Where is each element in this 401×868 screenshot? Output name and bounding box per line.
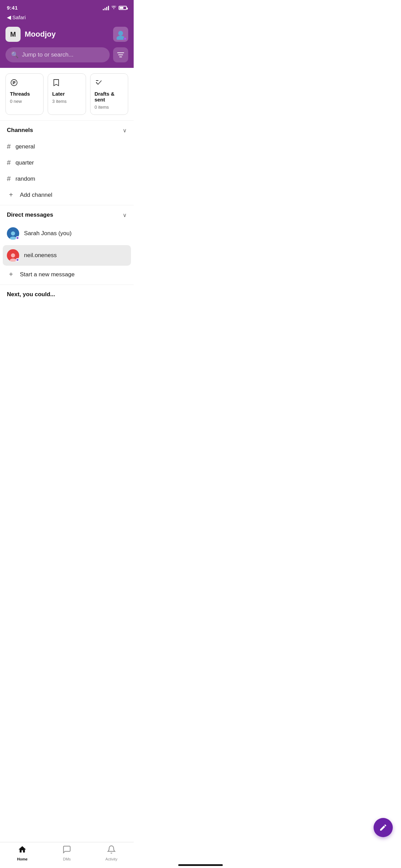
later-title: Later — [52, 91, 81, 97]
dm-title: Direct messages — [7, 212, 53, 218]
direct-messages-section: Direct messages ∨ Sarah Jonas (you) — [0, 205, 134, 285]
header-left: M Moodjoy — [5, 27, 56, 42]
dm-sarah[interactable]: Sarah Jonas (you) — [0, 223, 134, 244]
workspace-icon[interactable]: M — [5, 27, 21, 42]
workspace-name: Moodjoy — [25, 30, 56, 39]
threads-subtitle: 0 new — [10, 99, 39, 104]
svg-rect-4 — [119, 57, 122, 57]
battery-icon — [119, 6, 127, 10]
svg-point-0 — [118, 31, 123, 36]
svg-point-6 — [11, 231, 15, 236]
channels-chevron-icon: ∨ — [123, 127, 127, 134]
hash-icon: # — [7, 143, 11, 150]
status-bar: 9:41 — [0, 0, 134, 13]
profile-avatar-button[interactable] — [113, 27, 128, 42]
header: M Moodjoy — [0, 24, 134, 47]
channels-section: Channels ∨ # general # quarter # random … — [0, 121, 134, 205]
svg-point-8 — [11, 253, 15, 257]
channel-name: general — [15, 143, 35, 150]
drafts-subtitle: 0 items — [95, 105, 124, 110]
channel-quarter[interactable]: # quarter — [0, 155, 134, 171]
channels-title: Channels — [7, 127, 33, 134]
search-bar[interactable]: 🔍 Jump to or search... — [5, 47, 110, 62]
later-icon — [52, 79, 81, 89]
filter-button[interactable] — [113, 47, 128, 62]
channel-name: quarter — [15, 159, 34, 166]
dm-chevron-icon: ∨ — [123, 212, 127, 218]
drafts-title: Drafts & sent — [95, 91, 124, 103]
hash-icon: # — [7, 159, 11, 167]
next-section: Next, you could... — [0, 285, 134, 303]
search-icon: 🔍 — [11, 51, 19, 59]
svg-point-9 — [10, 258, 16, 262]
sarah-online-dot — [16, 236, 19, 240]
wifi-icon — [111, 5, 117, 11]
time: 9:41 — [7, 5, 18, 11]
later-subtitle: 3 items — [52, 99, 81, 104]
sarah-name: Sarah Jonas (you) — [24, 230, 72, 237]
status-icons — [103, 5, 127, 11]
hash-icon: # — [7, 175, 11, 183]
svg-point-7 — [10, 237, 16, 240]
plus-icon: + — [7, 270, 15, 278]
add-channel-button[interactable]: + Add channel — [0, 187, 134, 205]
safari-back[interactable]: ◀ Safari — [0, 13, 134, 24]
online-dot — [123, 37, 127, 40]
quick-actions: Threads 0 new Later 3 items Drafts & sen… — [0, 68, 134, 121]
next-title: Next, you could... — [7, 291, 55, 298]
add-channel-label: Add channel — [20, 192, 52, 198]
later-card[interactable]: Later 3 items — [48, 73, 86, 115]
threads-card[interactable]: Threads 0 new — [5, 73, 44, 115]
new-message-button[interactable]: + Start a new message — [0, 267, 134, 285]
channel-name: random — [15, 176, 35, 182]
new-message-label: Start a new message — [20, 271, 75, 278]
signal-icon — [103, 5, 109, 10]
channel-general[interactable]: # general — [0, 138, 134, 155]
neil-online-dot — [16, 258, 19, 262]
neil-avatar — [7, 249, 19, 262]
channel-random[interactable]: # random — [0, 171, 134, 187]
sarah-avatar — [7, 227, 19, 240]
drafts-icon — [95, 79, 124, 89]
safari-back-label: Safari — [12, 14, 26, 20]
threads-title: Threads — [10, 91, 39, 97]
channels-header[interactable]: Channels ∨ — [0, 121, 134, 138]
svg-rect-3 — [118, 55, 123, 55]
dm-section-header[interactable]: Direct messages ∨ — [0, 205, 134, 223]
back-arrow-icon: ◀ — [7, 14, 11, 21]
neil-name: neil.oneness — [24, 252, 57, 259]
search-placeholder: Jump to or search... — [22, 51, 73, 58]
search-bar-container: 🔍 Jump to or search... — [0, 47, 134, 68]
dm-neil[interactable]: neil.oneness — [3, 245, 131, 266]
threads-icon — [10, 79, 39, 89]
plus-icon: + — [7, 191, 15, 199]
drafts-card[interactable]: Drafts & sent 0 items — [90, 73, 128, 115]
svg-rect-2 — [117, 52, 124, 53]
